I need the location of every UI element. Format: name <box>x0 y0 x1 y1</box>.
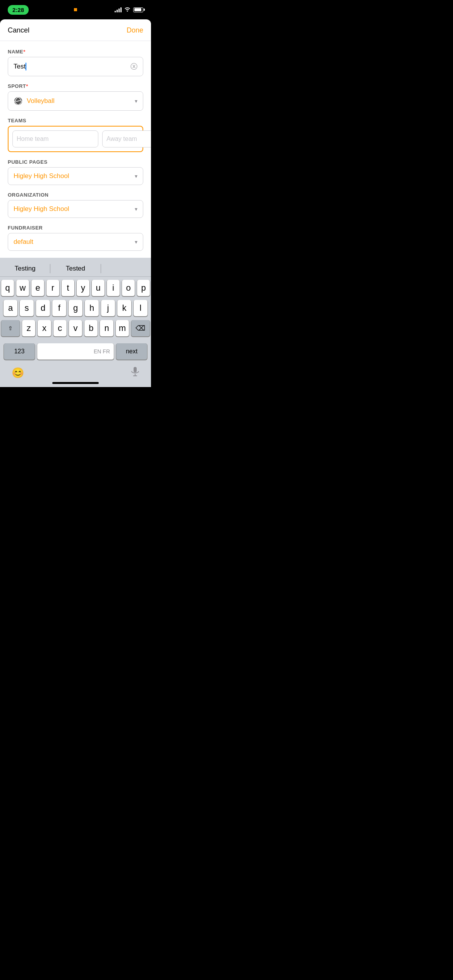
public-pages-dropdown[interactable]: Higley High School ▾ <box>8 167 143 185</box>
key-a[interactable]: a <box>3 300 17 316</box>
key-j[interactable]: j <box>101 300 115 316</box>
key-k[interactable]: k <box>117 300 131 316</box>
key-z[interactable]: z <box>22 320 35 336</box>
key-u[interactable]: u <box>92 280 105 296</box>
name-required-star: * <box>23 49 26 55</box>
keyboard-rows: q w e r t y u i o p a s d f g h j k <box>0 278 151 336</box>
key-v[interactable]: v <box>69 320 82 336</box>
microphone-key[interactable] <box>131 367 139 379</box>
sport-label: SPORT* <box>8 83 143 89</box>
emoji-key[interactable]: 😊 <box>12 367 24 379</box>
key-r[interactable]: r <box>46 280 59 296</box>
text-cursor <box>26 63 26 70</box>
fundraiser-dropdown[interactable]: default ▾ <box>8 233 143 251</box>
key-p[interactable]: p <box>137 280 150 296</box>
teams-box <box>8 126 143 152</box>
key-m[interactable]: m <box>116 320 129 336</box>
system-bar: 😊 <box>0 363 151 382</box>
shift-key[interactable]: ⇧ <box>1 320 20 336</box>
space-label: EN FR <box>94 348 110 355</box>
svg-rect-1 <box>134 367 137 372</box>
fundraiser-value: default <box>14 238 33 246</box>
key-e[interactable]: e <box>31 280 44 296</box>
name-label: NAME* <box>8 49 143 55</box>
away-team-input[interactable] <box>102 130 151 147</box>
organization-dropdown[interactable]: Higley High School ▾ <box>8 200 143 218</box>
teams-label: TEAMS <box>8 118 143 123</box>
name-value: Test <box>14 63 26 70</box>
clear-button[interactable]: ⓧ <box>130 62 137 71</box>
key-i[interactable]: i <box>107 280 120 296</box>
cancel-button[interactable]: Cancel <box>8 26 29 34</box>
public-pages-chevron-icon: ▾ <box>135 173 137 179</box>
autocomplete-suggestion-2[interactable] <box>101 267 151 270</box>
status-icons <box>115 6 143 13</box>
home-indicator <box>0 382 151 387</box>
fundraiser-chevron-icon: ▾ <box>135 239 137 245</box>
done-button[interactable]: Done <box>127 26 143 34</box>
teams-section: TEAMS <box>8 118 143 152</box>
sport-chevron-icon: ▾ <box>135 98 137 104</box>
keyboard-row-2: a s d f g h j k l <box>1 300 150 316</box>
wifi-icon <box>124 6 131 13</box>
key-w[interactable]: w <box>16 280 29 296</box>
signal-icon <box>115 7 122 12</box>
key-x[interactable]: x <box>38 320 51 336</box>
volleyball-icon <box>14 96 23 106</box>
keyboard-bottom-bar: 123 EN FR next <box>0 340 151 363</box>
numbers-key[interactable]: 123 <box>4 343 35 360</box>
key-t[interactable]: t <box>62 280 74 296</box>
organization-label: ORGANIZATION <box>8 192 143 198</box>
backspace-key[interactable]: ⌫ <box>131 320 150 336</box>
key-s[interactable]: s <box>20 300 34 316</box>
battery-icon <box>133 7 143 12</box>
key-q[interactable]: q <box>1 280 14 296</box>
fundraiser-field-group: FUNDRAISER default ▾ <box>8 225 143 251</box>
form: NAME* Test ⓧ SPORT* <box>0 41 151 251</box>
sport-value: Volleyball <box>27 97 55 105</box>
orange-dot <box>74 8 77 11</box>
key-f[interactable]: f <box>52 300 66 316</box>
organization-chevron-icon: ▾ <box>135 206 137 212</box>
autocomplete-suggestion-1[interactable]: Tested <box>50 263 100 274</box>
modal-header: Cancel Done <box>0 19 151 41</box>
sport-required-star: * <box>26 83 28 89</box>
key-y[interactable]: y <box>77 280 89 296</box>
autocomplete-suggestion-0[interactable]: Testing <box>0 263 50 274</box>
home-team-input[interactable] <box>12 130 98 147</box>
key-o[interactable]: o <box>122 280 135 296</box>
autocomplete-bar: Testing Tested <box>0 261 151 277</box>
key-h[interactable]: h <box>85 300 99 316</box>
name-field-group: NAME* Test ⓧ <box>8 49 143 76</box>
key-c[interactable]: c <box>53 320 67 336</box>
fundraiser-label: FUNDRAISER <box>8 225 143 231</box>
key-l[interactable]: l <box>134 300 148 316</box>
status-bar: 2:28 <box>0 0 151 19</box>
public-pages-field-group: PUBLIC PAGES Higley High School ▾ <box>8 159 143 185</box>
keyboard-row-1: q w e r t y u i o p <box>1 280 150 296</box>
keyboard-row-3: ⇧ z x c v b n m ⌫ <box>1 320 150 336</box>
organization-value: Higley High School <box>14 205 69 213</box>
organization-field-group: ORGANIZATION Higley High School ▾ <box>8 192 143 218</box>
modal-content: Cancel Done NAME* Test ⓧ SPORT* <box>0 19 151 387</box>
name-input-wrapper[interactable]: Test ⓧ <box>8 57 143 76</box>
key-g[interactable]: g <box>69 300 82 316</box>
key-d[interactable]: d <box>36 300 50 316</box>
sport-field-group: SPORT* Volleyball ▾ <box>8 83 143 111</box>
public-pages-label: PUBLIC PAGES <box>8 159 143 165</box>
space-key[interactable]: EN FR <box>37 343 114 360</box>
keyboard: Testing Tested q w e r t y u i o p <box>0 258 151 387</box>
key-n[interactable]: n <box>100 320 113 336</box>
next-key[interactable]: next <box>116 343 147 360</box>
key-b[interactable]: b <box>84 320 98 336</box>
public-pages-value: Higley High School <box>14 172 69 180</box>
status-time: 2:28 <box>8 5 29 15</box>
sport-dropdown[interactable]: Volleyball ▾ <box>8 91 143 111</box>
